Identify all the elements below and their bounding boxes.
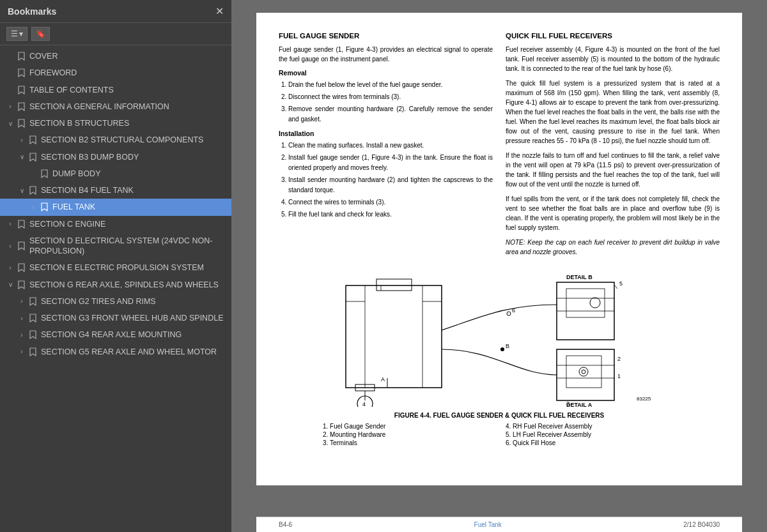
toggle-sec-g3[interactable]: › (17, 313, 27, 323)
svg-text:83225: 83225 (637, 396, 651, 402)
sidebar-item-foreword[interactable]: ›FOREWORD (0, 65, 231, 81)
legend-item-2: 2. Mounting Hardware (323, 431, 493, 438)
sidebar-item-dump-body[interactable]: ›DUMP BODY (0, 165, 231, 182)
sidebar-item-sec-b4[interactable]: ∨SECTION B4 FUEL TANK (0, 182, 231, 199)
figure-container: A 4 DETAIL B (279, 266, 720, 446)
list-icon: ☰ (11, 29, 18, 38)
sidebar-item-fuel-tank[interactable]: ›FUEL TANK (0, 199, 231, 215)
sidebar-item-sec-b3[interactable]: ∨SECTION B3 DUMP BODY (0, 149, 231, 165)
sidebar-item-sec-g4[interactable]: ›SECTION G4 REAR AXLE MOUNTING (0, 326, 231, 343)
sidebar-item-sec-b[interactable]: ∨SECTION B STRUCTURES (0, 115, 231, 132)
footer-right: 2/12 B04030 (683, 521, 720, 528)
svg-point-26 (579, 367, 588, 376)
toggle-sec-b4[interactable]: ∨ (17, 185, 27, 195)
svg-line-20 (615, 285, 617, 289)
toggle-sec-b3[interactable]: ∨ (17, 152, 27, 162)
sidebar-title: Bookmarks (8, 6, 56, 17)
bookmark-icon-foreword (17, 68, 26, 78)
sidebar-label-sec-c: SECTION C ENGINE (29, 219, 226, 229)
sidebar: Bookmarks ✕ ☰ ▾ 🔖 ›COVER›FOREWORD›TABLE … (0, 0, 231, 532)
installation-title: Installation (279, 130, 493, 137)
page-area: FUEL GAUGE SENDER Fuel gauge sender (1, … (231, 0, 767, 517)
sidebar-close-button[interactable]: ✕ (215, 5, 224, 17)
right-para-3: If the nozzle fails to turn off and fuel… (506, 151, 720, 189)
svg-rect-21 (557, 349, 614, 400)
sidebar-item-sec-e[interactable]: ›SECTION E ELECTRIC PROPULSION SYSTEM (0, 259, 231, 276)
svg-text:1: 1 (617, 373, 621, 379)
svg-text:DETAIL A: DETAIL A (566, 402, 593, 407)
toggle-sec-b[interactable]: ∨ (5, 118, 15, 128)
sidebar-toolbar: ☰ ▾ 🔖 (0, 23, 231, 45)
sidebar-item-sec-g2[interactable]: ›SECTION G2 TIRES AND RIMS (0, 293, 231, 310)
sidebar-item-sec-c[interactable]: ›SECTION C ENGINE (0, 216, 231, 232)
installation-list: Clean the mating surfaces. Install a new… (279, 141, 493, 220)
removal-step-3: Remove sender mounting hardware (2). Car… (288, 104, 493, 125)
sidebar-label-sec-g5: SECTION G5 REAR AXLE AND WHEEL MOTOR (41, 347, 226, 357)
toggle-sec-b2[interactable]: › (17, 135, 27, 145)
installation-step-3: Install sender mounting hardware (2) and… (288, 175, 493, 195)
right-para-2: The quick fill fuel system is a pressuri… (506, 79, 720, 146)
sidebar-label-sec-g2: SECTION G2 TIRES AND RIMS (41, 296, 226, 307)
bookmark-icon-sec-e (17, 262, 26, 273)
toggle-sec-c[interactable]: › (5, 219, 15, 229)
svg-text:A: A (381, 376, 385, 383)
svg-point-18 (590, 298, 600, 308)
toggle-sec-e[interactable]: › (5, 262, 15, 273)
sidebar-item-sec-a[interactable]: ›SECTION A GENERAL INFORMATION (0, 98, 231, 115)
svg-text:5: 5 (619, 280, 623, 287)
bookmark-icon-sec-g4 (28, 330, 37, 340)
sidebar-item-sec-g[interactable]: ∨SECTION G REAR AXLE, SPINDLES AND WHEEL… (0, 277, 231, 293)
sidebar-label-sec-b4: SECTION B4 FUEL TANK (41, 185, 226, 195)
sidebar-label-sec-g4: SECTION G4 REAR AXLE MOUNTING (41, 330, 226, 340)
sidebar-item-sec-g3[interactable]: ›SECTION G3 FRONT WHEEL HUB AND SPINDLE (0, 310, 231, 326)
svg-text:2: 2 (617, 356, 621, 362)
sidebar-item-sec-d[interactable]: ›SECTION D ELECTRICAL SYSTEM (24VDC NON-… (0, 232, 231, 260)
toggle-sec-g[interactable]: ∨ (5, 280, 15, 290)
svg-rect-11 (376, 279, 412, 291)
bookmark-icon-sec-g5 (28, 347, 37, 357)
sidebar-label-sec-a: SECTION A GENERAL INFORMATION (29, 102, 226, 112)
svg-rect-25 (566, 356, 601, 388)
legend-item-4: 4. RH Fuel Receiver Assembly (506, 423, 676, 430)
document-footer: B4-6 Fuel Tank 2/12 B04030 (256, 517, 742, 532)
toggle-fuel-tank[interactable]: › (28, 202, 38, 212)
figure-illustration: A 4 DETAIL B (282, 266, 717, 407)
main-content: FUEL GAUGE SENDER Fuel gauge sender (1, … (231, 0, 767, 532)
svg-text:3: 3 (566, 400, 569, 407)
figure-caption: FIGURE 4-4. FUEL GAUGE SENDER & QUICK FI… (279, 412, 720, 419)
installation-step-5: Fill the fuel tank and check for leaks. (288, 209, 493, 220)
svg-rect-0 (346, 285, 442, 388)
sidebar-item-toc[interactable]: ›TABLE OF CONTENTS (0, 82, 231, 98)
legend-item-6: 6. Quick Fill Hose (506, 439, 676, 446)
sidebar-item-cover[interactable]: ›COVER (0, 48, 231, 65)
removal-title: Removal (279, 69, 493, 77)
bookmark-icon-sec-g (17, 280, 26, 290)
sidebar-item-sec-b2[interactable]: ›SECTION B2 STRUCTURAL COMPONENTS (0, 132, 231, 148)
toggle-sec-d[interactable]: › (5, 241, 15, 251)
sidebar-label-sec-b3: SECTION B3 DUMP BODY (41, 152, 226, 162)
svg-text:DETAIL B: DETAIL B (566, 274, 593, 280)
sidebar-label-fuel-tank: FUEL TANK (52, 202, 226, 212)
sidebar-label-cover: COVER (29, 51, 226, 61)
installation-step-4: Connect the wires to terminals (3). (288, 197, 493, 208)
sidebar-item-sec-g5[interactable]: ›SECTION G5 REAR AXLE AND WHEEL MOTOR (0, 344, 231, 360)
bookmark-icon-sec-c (17, 219, 26, 229)
bookmark-icon-sec-g2 (28, 296, 37, 307)
sidebar-label-sec-d: SECTION D ELECTRICAL SYSTEM (24VDC NON-P… (29, 236, 226, 257)
left-col-intro: Fuel gauge sender (1, Figure 4-3) provid… (279, 45, 493, 64)
sidebar-label-sec-b2: SECTION B2 STRUCTURAL COMPONENTS (41, 135, 226, 145)
toggle-sec-g2[interactable]: › (17, 296, 27, 307)
sidebar-label-foreword: FOREWORD (29, 68, 226, 78)
toggle-sec-g4[interactable]: › (17, 330, 27, 340)
bookmark-icon-sec-d (17, 241, 26, 251)
toggle-sec-g5[interactable]: › (17, 347, 27, 357)
left-column: FUEL GAUGE SENDER Fuel gauge sender (1, … (279, 32, 493, 257)
toolbar-list-button[interactable]: ☰ ▾ (6, 27, 27, 41)
right-para-4: If fuel spills from the vent, or if the … (506, 194, 720, 232)
svg-text:4: 4 (362, 401, 366, 407)
toggle-sec-a[interactable]: › (5, 102, 15, 112)
bookmark-icon-sec-b3 (28, 152, 37, 162)
svg-rect-17 (566, 289, 605, 317)
right-para-1: Fuel receiver assembly (4, Figure 4-3) i… (506, 45, 720, 73)
toolbar-bookmark-button[interactable]: 🔖 (31, 27, 50, 41)
